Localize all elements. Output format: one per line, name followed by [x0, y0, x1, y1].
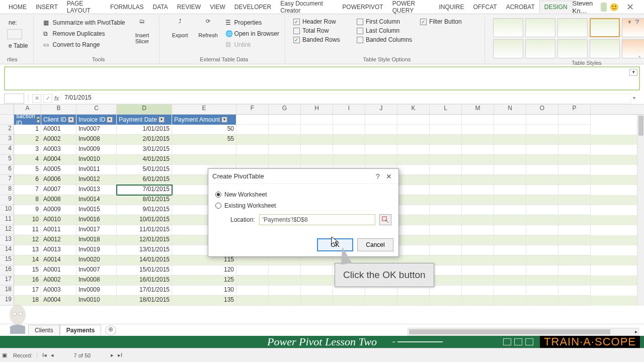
ribbon-tab-offcat[interactable]: OFFCAT [469, 1, 502, 13]
macro-record-icon[interactable]: ▣ [0, 352, 9, 358]
table-row[interactable]: 1918A0004Inv001018/01/2015135 [0, 296, 644, 306]
column-header-J[interactable]: J [365, 105, 397, 114]
checkbox-header-row[interactable]: ✓Header Row [293, 18, 354, 25]
table-row[interactable]: 54A0004Inv00104/01/2015 [0, 155, 644, 165]
checkbox-total-row[interactable]: Total Row [293, 27, 354, 34]
view-break-button[interactable] [525, 338, 533, 345]
next-record-button[interactable]: ▸ [111, 352, 114, 358]
user-name[interactable]: Steven Kn… [573, 0, 598, 15]
column-header-F[interactable]: F [236, 105, 269, 114]
column-header-B[interactable]: B [41, 105, 76, 114]
window-close-button[interactable]: ✕ [621, 2, 639, 13]
view-normal-button[interactable] [503, 338, 511, 345]
prev-record-button[interactable]: ◂ [51, 352, 54, 358]
table-header[interactable]: Payment Date▾ [117, 115, 172, 125]
checkbox-first-col[interactable]: First Column [357, 18, 417, 25]
column-header-P[interactable]: P [558, 105, 591, 114]
table-header[interactable]: saction ID▾ [14, 115, 41, 125]
column-header-N[interactable]: N [494, 105, 526, 114]
column-header-E[interactable]: E [172, 105, 236, 114]
help-icon[interactable]: ? [635, 18, 639, 26]
expand-formula-button[interactable]: ▾ [633, 95, 640, 102]
table-row[interactable]: 43A0003Inv00093/01/2015 [0, 145, 644, 155]
last-record-button[interactable]: ▸Ⅰ [118, 352, 122, 358]
filter-icon[interactable]: ▾ [68, 117, 74, 123]
column-header-I[interactable]: I [333, 105, 365, 114]
table-header[interactable]: Payment Amount▾ [172, 115, 236, 125]
table-row[interactable]: 1716A0002Inv000816/01/2015125 [0, 276, 644, 286]
column-header-C[interactable]: C [76, 105, 117, 114]
remove-duplicates-button[interactable]: ⧉Remove Duplicates [42, 29, 126, 38]
filter-icon[interactable]: ▾ [107, 117, 113, 123]
enter-formula-button[interactable]: ✓ [43, 94, 52, 103]
cancel-formula-button[interactable]: ✕ [32, 94, 41, 103]
table-row[interactable]: 1615A0001Inv000715/01/2015120 [0, 265, 644, 276]
message-bar-dropdown[interactable]: ▾ [629, 69, 637, 76]
filter-icon[interactable]: ▾ [37, 117, 40, 123]
ribbon-tab-power-query[interactable]: POWER QUERY [388, 0, 435, 17]
first-record-button[interactable]: Ⅰ◂ [42, 352, 47, 358]
column-header-L[interactable]: L [430, 105, 462, 114]
name-box[interactable] [4, 94, 24, 104]
open-browser-button[interactable]: 🌐Open in Browser [224, 29, 281, 38]
table-row[interactable]: 1514A0014Inv002014/01/2015115 [0, 255, 644, 265]
cancel-button[interactable]: Cancel [357, 238, 393, 251]
table-style-gallery[interactable] [493, 18, 644, 58]
location-input[interactable] [259, 214, 375, 225]
fx-icon[interactable]: fx [54, 95, 59, 102]
dialog-help-button[interactable]: ? [372, 172, 383, 180]
checkbox-banded-cols[interactable]: Banded Columns [357, 36, 417, 43]
ribbon-tab-page-layout[interactable]: PAGE LAYOUT [62, 0, 106, 17]
ribbon-tab-easy-document-creator[interactable]: Easy Document Creator [276, 0, 338, 17]
ribbon-tab-view[interactable]: VIEW [205, 1, 230, 13]
table-header[interactable]: Client ID▾ [41, 115, 76, 125]
range-select-button[interactable] [379, 214, 391, 225]
table-name-input[interactable] [7, 29, 22, 39]
formula-input[interactable]: 7/01/2015 [61, 94, 631, 104]
ribbon-tab-inquire[interactable]: INQUIRE [435, 1, 469, 13]
filter-icon[interactable]: ▾ [158, 117, 165, 123]
ribbon-dropdown-icon[interactable]: ▾ [628, 18, 631, 26]
properties-button[interactable]: ☰Properties [224, 18, 281, 27]
zoom-out-button[interactable]: − [392, 338, 395, 345]
filter-icon[interactable]: ▾ [221, 117, 227, 123]
ribbon-tab-developer[interactable]: DEVELOPER [230, 1, 276, 13]
export-button[interactable]: ⤴Export [168, 18, 193, 38]
column-header-H[interactable]: H [301, 105, 333, 114]
ribbon-tab-acrobat[interactable]: ACROBAT [502, 1, 539, 13]
column-header-K[interactable]: K [397, 105, 430, 114]
vertical-scrollbar[interactable] [637, 115, 644, 306]
ribbon-tab-design[interactable]: DESIGN [539, 1, 573, 13]
ribbon-tab-formulas[interactable]: FORMULAS [106, 1, 148, 13]
radio-existing-worksheet[interactable]: Existing Worksheet [215, 200, 391, 211]
ribbon-tab-insert[interactable]: INSERT [31, 1, 62, 13]
ribbon-tab-powerpivot[interactable]: POWERPIVOT [338, 1, 387, 13]
radio-new-worksheet[interactable]: New Worksheet [215, 189, 391, 200]
sheet-tab-clients[interactable]: Clients [28, 325, 60, 335]
horizontal-scrollbar[interactable]: ▸ [408, 328, 639, 336]
resize-table-button[interactable]: e Table [7, 41, 29, 50]
checkbox-last-col[interactable]: Last Column [357, 27, 417, 34]
user-avatar[interactable] [601, 3, 607, 12]
convert-range-button[interactable]: ▭Convert to Range [42, 40, 126, 49]
column-header-D[interactable]: D [117, 105, 172, 114]
column-header-M[interactable]: M [462, 105, 494, 114]
table-row[interactable]: 32A0002Inv00082/01/201555 [0, 135, 644, 145]
table-row[interactable]: 21A0001Inv00071/01/201550 [0, 125, 644, 135]
sheet-tab-payments[interactable]: Payments [60, 325, 102, 335]
add-sheet-button[interactable]: ⊕ [105, 325, 116, 335]
collapse-ribbon-button[interactable]: ˄ [638, 55, 641, 62]
dialog-close-button[interactable]: ✕ [383, 172, 394, 180]
checkbox-banded-rows[interactable]: ✓Banded Rows [293, 36, 354, 43]
table-header[interactable]: Invoice ID▾ [76, 115, 117, 125]
column-header-O[interactable]: O [526, 105, 558, 114]
refresh-button[interactable]: ⟳Refresh [196, 18, 221, 38]
view-layout-button[interactable] [514, 338, 522, 345]
column-header-G[interactable]: G [269, 105, 301, 114]
table-row[interactable]: 1817A0003Inv000917/01/2015130 [0, 286, 644, 296]
insert-slicer-button[interactable]: 🗂Insert Slicer [130, 18, 155, 44]
ribbon-tab-home[interactable]: HOME [4, 1, 31, 13]
ribbon-tab-data[interactable]: DATA [148, 1, 173, 13]
ribbon-tab-review[interactable]: REVIEW [173, 1, 205, 13]
summarize-pivot-button[interactable]: ▦Summarize with PivotTable [42, 18, 126, 27]
